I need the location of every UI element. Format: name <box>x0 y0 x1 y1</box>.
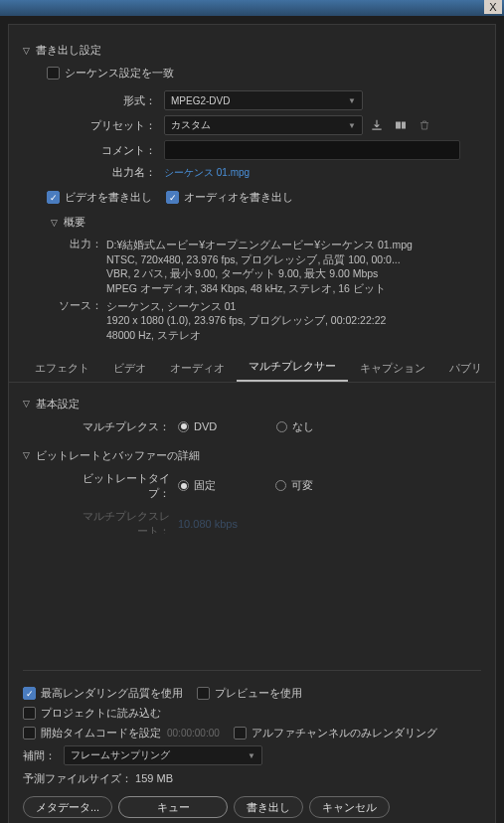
radio-icon <box>178 421 189 432</box>
basic-settings-title: 基本設定 <box>36 397 80 412</box>
tab-audio[interactable]: オーディオ <box>158 355 237 382</box>
bottom-options: ✓ 最高レンダリング品質を使用 プレビューを使用 プロジェクトに読み込む 開始タ… <box>23 670 481 818</box>
alpha-only-checkbox[interactable]: アルファチャンネルのみレンダリング <box>234 726 437 741</box>
checkbox-icon <box>197 687 210 700</box>
svg-rect-1 <box>402 122 406 129</box>
close-icon[interactable]: X <box>484 0 502 14</box>
checkbox-icon <box>234 727 247 740</box>
metadata-button[interactable]: メタデータ... <box>23 796 112 818</box>
output-name-link[interactable]: シーケンス 01.mpg <box>164 166 250 180</box>
summary-src-line: 1920 x 1080 (1.0), 23.976 fps, プログレッシブ, … <box>106 313 481 328</box>
summary-src-label: ソース： <box>51 299 106 343</box>
chevron-down-icon: ▼ <box>348 96 356 105</box>
use-previews-checkbox[interactable]: プレビューを使用 <box>197 686 302 701</box>
export-video-checkbox[interactable]: ✓ ビデオを書き出し <box>47 190 152 205</box>
set-timecode-checkbox[interactable]: 開始タイムコードを設定 00:00:00:00 <box>23 726 220 741</box>
interp-value: フレームサンプリング <box>71 748 170 762</box>
multiplex-dvd-radio[interactable]: DVD <box>178 420 217 432</box>
chevron-down-icon: ▽ <box>23 450 30 460</box>
export-settings-panel: ▽ 書き出し設定 シーケンス設定を一致 形式： MPEG2-DVD ▼ プリセッ… <box>8 24 496 823</box>
file-size-row: 予測ファイルサイズ： 159 MB <box>23 771 481 786</box>
import-project-checkbox[interactable]: プロジェクトに読み込む <box>23 706 161 721</box>
muxrate-label: マルチプレクスレート： <box>83 509 178 534</box>
svg-rect-0 <box>396 122 401 129</box>
export-button[interactable]: 書き出し <box>234 796 303 818</box>
summary-out-label: 出力： <box>51 238 106 296</box>
bitrate-settings-title: ビットレートとバッファーの詳細 <box>36 448 200 463</box>
bitrate-type-label: ビットレートタイプ： <box>83 471 178 501</box>
export-video-label: ビデオを書き出し <box>65 190 152 205</box>
preset-label: プリセット： <box>47 118 164 133</box>
import-preset-icon[interactable] <box>391 116 411 134</box>
bitrate-variable-radio[interactable]: 可変 <box>275 478 313 493</box>
summary-header[interactable]: ▽ 概要 <box>51 215 481 230</box>
bitrate-fixed-label: 固定 <box>194 478 216 493</box>
summary-source-row: ソース： シーケンス, シーケンス 01 1920 x 1080 (1.0), … <box>51 299 481 343</box>
radio-icon <box>276 421 287 432</box>
alpha-only-label: アルファチャンネルのみレンダリング <box>252 726 437 741</box>
summary-out-line: NTSC, 720x480, 23.976 fps, プログレッシブ, 品質 1… <box>106 252 481 267</box>
match-sequence-label: シーケンス設定を一致 <box>65 66 174 81</box>
multiplex-none-radio[interactable]: なし <box>276 419 314 434</box>
checkbox-icon <box>23 727 36 740</box>
summary-src-line: 48000 Hz, ステレオ <box>106 328 481 343</box>
export-audio-checkbox[interactable]: ✓ オーディオを書き出し <box>166 190 293 205</box>
export-settings-title: 書き出し設定 <box>36 43 101 58</box>
chevron-down-icon: ▽ <box>23 399 30 409</box>
max-quality-label: 最高レンダリング品質を使用 <box>41 686 183 701</box>
match-sequence-checkbox[interactable]: シーケンス設定を一致 <box>47 66 481 81</box>
cancel-button[interactable]: キャンセル <box>309 796 390 818</box>
tab-publish[interactable]: パブリ <box>437 355 494 382</box>
summary-title: 概要 <box>64 215 85 230</box>
summary-src-line: シーケンス, シーケンス 01 <box>106 299 481 314</box>
export-settings-header[interactable]: ▽ 書き出し設定 <box>23 43 481 58</box>
chevron-down-icon: ▼ <box>348 121 356 130</box>
summary-output-row: 出力： D:¥結婚式ムービー¥オープニングムービー¥シーケンス 01.mpg N… <box>51 238 481 296</box>
summary-out-line: MPEG オーディオ, 384 Kbps, 48 kHz, ステレオ, 16 ビ… <box>106 281 481 296</box>
format-label: 形式： <box>47 93 164 108</box>
save-preset-icon[interactable] <box>367 116 387 134</box>
comment-label: コメント： <box>47 143 164 158</box>
checkbox-icon: ✓ <box>47 191 60 204</box>
interpolation-dropdown[interactable]: フレームサンプリング ▼ <box>64 745 262 765</box>
set-timecode-label: 開始タイムコードを設定 <box>41 726 161 741</box>
radio-icon <box>275 480 286 491</box>
outname-label: 出力名： <box>47 165 164 180</box>
filesize-value: 159 MB <box>135 772 173 784</box>
delete-preset-icon[interactable] <box>415 116 434 134</box>
chevron-down-icon: ▽ <box>51 218 58 228</box>
summary-out-line: D:¥結婚式ムービー¥オープニングムービー¥シーケンス 01.mpg <box>106 238 481 252</box>
radio-icon <box>178 480 189 491</box>
multiplex-none-label: なし <box>292 419 314 434</box>
preset-dropdown[interactable]: カスタム ▼ <box>164 115 363 135</box>
preset-value: カスタム <box>171 118 211 132</box>
max-quality-checkbox[interactable]: ✓ 最高レンダリング品質を使用 <box>23 686 183 701</box>
multiplex-dvd-label: DVD <box>194 420 217 432</box>
timecode-value: 00:00:00:00 <box>167 728 220 739</box>
tab-video[interactable]: ビデオ <box>101 355 158 382</box>
tab-captions[interactable]: キャプション <box>348 355 437 382</box>
settings-tabs: エフェクト ビデオ オーディオ マルチプレクサー キャプション パブリ <box>9 357 495 383</box>
titlebar-region: X <box>0 0 504 16</box>
comment-field[interactable] <box>164 140 460 160</box>
chevron-down-icon: ▼ <box>248 751 255 760</box>
multiplex-label: マルチプレクス： <box>83 419 178 434</box>
queue-button[interactable]: キュー <box>118 796 228 818</box>
tab-multiplexer[interactable]: マルチプレクサー <box>237 353 348 382</box>
checkbox-icon <box>47 67 60 80</box>
checkbox-icon: ✓ <box>23 687 36 700</box>
checkbox-icon: ✓ <box>166 191 179 204</box>
use-previews-label: プレビューを使用 <box>215 686 302 701</box>
format-dropdown[interactable]: MPEG2-DVD ▼ <box>164 90 363 110</box>
filesize-label: 予測ファイルサイズ： <box>23 772 132 784</box>
chevron-down-icon: ▽ <box>23 46 30 56</box>
bitrate-fixed-radio[interactable]: 固定 <box>178 478 216 493</box>
basic-settings-header[interactable]: ▽ 基本設定 <box>23 397 481 412</box>
import-project-label: プロジェクトに読み込む <box>41 706 161 721</box>
tab-effects[interactable]: エフェクト <box>23 355 101 382</box>
bitrate-settings-header[interactable]: ▽ ビットレートとバッファーの詳細 <box>23 448 481 463</box>
bitrate-variable-label: 可変 <box>291 478 313 493</box>
tab-content-scroll[interactable]: ▽ 基本設定 マルチプレクス： DVD なし ▽ ビットレートとバッファーの詳細… <box>23 383 481 534</box>
interp-label: 補間： <box>23 748 56 763</box>
export-audio-label: オーディオを書き出し <box>184 190 293 205</box>
